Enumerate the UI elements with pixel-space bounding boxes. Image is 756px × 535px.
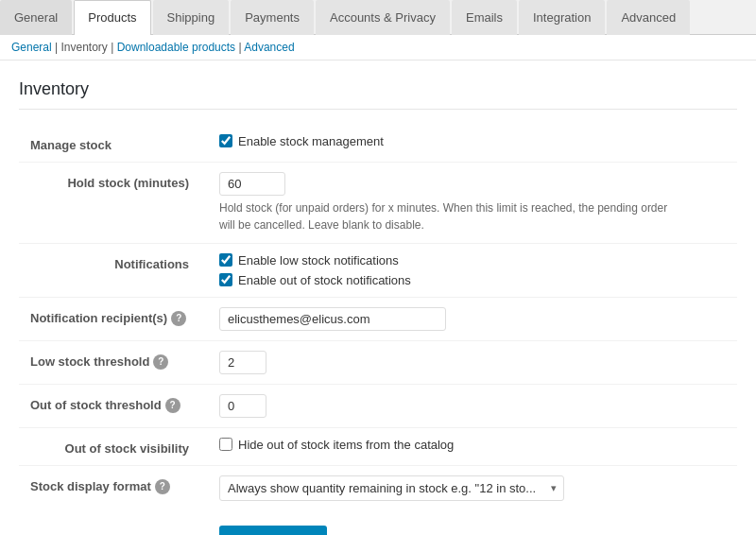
manage-stock-checkbox[interactable]: [219, 134, 232, 147]
tab-accounts--privacy[interactable]: Accounts & Privacy: [316, 0, 450, 35]
out-stock-visibility-checkbox-row: Hide out of stock items from the catalog: [219, 438, 726, 452]
stock-display-format-label: Stock display format: [30, 479, 151, 493]
out-stock-threshold-help-icon[interactable]: ?: [165, 398, 180, 413]
tab-products[interactable]: Products: [74, 0, 150, 35]
stock-display-format-help-icon[interactable]: ?: [155, 479, 170, 494]
tab-emails[interactable]: Emails: [452, 0, 517, 35]
out-of-stock-notif-row: Enable out of stock notifications: [219, 273, 726, 287]
hold-stock-label: Hold stock (minutes): [67, 176, 189, 190]
low-stock-notif-checkbox[interactable]: [219, 253, 232, 267]
low-stock-threshold-input[interactable]: [219, 351, 266, 374]
low-stock-threshold-label-wrap: Low stock threshold ?: [30, 354, 189, 370]
low-stock-threshold-row: Low stock threshold ?: [19, 340, 737, 384]
out-stock-threshold-label: Out of stock threshold: [30, 398, 162, 412]
low-stock-notif-label: Enable low stock notifications: [238, 253, 399, 268]
tab-general[interactable]: General: [0, 0, 72, 35]
subnav-link-advanced[interactable]: Advanced: [244, 41, 294, 54]
stock-display-format-row: Stock display format ? Always show quant…: [19, 465, 737, 510]
out-of-stock-threshold-row: Out of stock threshold ?: [19, 384, 737, 427]
stock-display-format-select[interactable]: Always show quantity remaining in stock …: [219, 475, 564, 501]
out-stock-visibility-checkbox-label: Hide out of stock items from the catalog: [238, 438, 454, 452]
hold-stock-input[interactable]: [219, 172, 285, 196]
out-stock-threshold-label-wrap: Out of stock threshold ?: [30, 398, 189, 413]
content-area: Inventory Manage stock Enable stock mana…: [0, 60, 756, 536]
out-of-stock-notif-label: Enable out of stock notifications: [238, 273, 411, 287]
manage-stock-row: Manage stock Enable stock management: [19, 125, 737, 163]
out-of-stock-threshold-input[interactable]: [219, 394, 266, 418]
tab-shipping[interactable]: Shipping: [153, 0, 230, 35]
notifications-label: Notifications: [114, 257, 189, 271]
notification-recipient-input[interactable]: [219, 307, 446, 331]
low-stock-notif-row: Enable low stock notifications: [219, 253, 726, 268]
stock-display-format-label-wrap: Stock display format ?: [30, 479, 189, 494]
tab-payments[interactable]: Payments: [231, 0, 314, 35]
tab-integration[interactable]: Integration: [519, 0, 605, 35]
out-of-stock-notif-checkbox[interactable]: [219, 273, 232, 286]
notif-recipient-label-wrap: Notification recipient(s) ?: [30, 311, 189, 326]
out-stock-visibility-checkbox[interactable]: [219, 438, 232, 451]
subnav-link-general[interactable]: General: [11, 41, 52, 54]
low-stock-threshold-label: Low stock threshold: [30, 354, 149, 369]
manage-stock-checkbox-label: Enable stock management: [238, 134, 384, 148]
subnav-item-inventory: Inventory: [61, 41, 108, 54]
manage-stock-label: Manage stock: [30, 138, 189, 152]
settings-table: Manage stock Enable stock management Hol…: [19, 125, 737, 510]
out-of-stock-visibility-row: Out of stock visibility Hide out of stoc…: [19, 427, 737, 465]
subnav-link-downloadable-products[interactable]: Downloadable products: [117, 41, 235, 54]
hold-stock-description: Hold stock (for unpaid orders) for x min…: [219, 199, 673, 233]
notif-recipient-help-icon[interactable]: ?: [171, 311, 186, 326]
save-changes-button[interactable]: Save changes: [219, 526, 327, 536]
hold-stock-row: Hold stock (minutes) Hold stock (for unp…: [19, 162, 737, 243]
tab-advanced[interactable]: Advanced: [607, 0, 690, 35]
low-stock-threshold-help-icon[interactable]: ?: [153, 354, 168, 370]
manage-stock-checkbox-row: Enable stock management: [219, 134, 726, 148]
sub-nav: General | Inventory | Downloadable produ…: [0, 35, 756, 60]
stock-display-format-select-wrap: Always show quantity remaining in stock …: [219, 475, 564, 501]
tabs-bar: GeneralProductsShippingPaymentsAccounts …: [0, 0, 756, 35]
notification-recipient-row: Notification recipient(s) ?: [19, 297, 737, 340]
page-title: Inventory: [19, 79, 737, 110]
notifications-row: Notifications Enable low stock notificat…: [19, 243, 737, 297]
notif-recipient-label: Notification recipient(s): [30, 311, 167, 325]
out-stock-visibility-label: Out of stock visibility: [65, 441, 189, 456]
